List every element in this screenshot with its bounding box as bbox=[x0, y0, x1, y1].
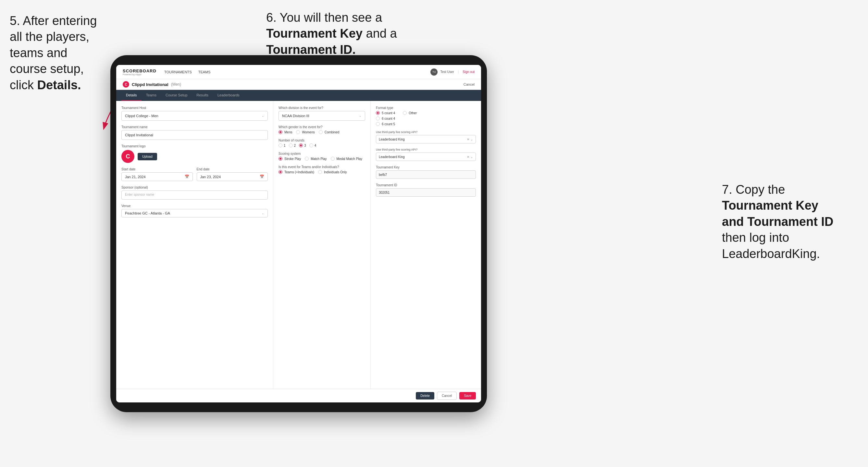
gender-group: Which gender is the event for? Mens Wome… bbox=[279, 125, 365, 134]
tournament-id-label: Tournament ID bbox=[376, 183, 476, 187]
format-section: Format type 5 count 4 Other bbox=[376, 106, 476, 126]
api2-select[interactable]: Leaderboard King ✕ ⌄ bbox=[376, 153, 476, 161]
round-3[interactable]: 3 bbox=[299, 144, 306, 147]
sponsor-input[interactable]: Enter sponsor name bbox=[121, 190, 268, 199]
tournament-name-group: Tournament name Clippd Invitational bbox=[121, 125, 268, 140]
sponsor-group: Sponsor (optional) Enter sponsor name bbox=[121, 186, 268, 199]
division-select[interactable]: NCAA Division III ⌄ bbox=[279, 111, 365, 121]
save-button[interactable]: Save bbox=[459, 392, 476, 400]
api1-clear-icon[interactable]: ✕ ⌄ bbox=[467, 137, 473, 141]
gender-combined-radio[interactable] bbox=[319, 130, 323, 134]
api2-value: Leaderboard King bbox=[379, 155, 405, 159]
annotation-right-bold2: and Tournament ID bbox=[722, 215, 833, 228]
format-6count4-label: 6 count 4 bbox=[382, 117, 395, 120]
nav-tournaments[interactable]: TOURNAMENTS bbox=[164, 70, 192, 74]
gender-womens[interactable]: Womens bbox=[296, 130, 314, 134]
venue-select[interactable]: Peachtree GC - Atlanta - GA ⌄ bbox=[121, 209, 268, 217]
format-6count4-radio[interactable] bbox=[376, 117, 380, 120]
round-2[interactable]: 2 bbox=[289, 144, 296, 147]
round-1-radio[interactable] bbox=[279, 144, 282, 147]
round-1-label: 1 bbox=[284, 144, 286, 147]
sub-cancel-button[interactable]: Cancel bbox=[464, 83, 474, 86]
scoring-match-label: Match Play bbox=[311, 157, 327, 161]
tab-details[interactable]: Details bbox=[121, 90, 142, 101]
round-4[interactable]: 4 bbox=[309, 144, 316, 147]
annotation-top-line1: 6. You will then see a bbox=[266, 11, 382, 24]
annotation-left-line1: 5. After entering bbox=[10, 14, 97, 28]
gender-womens-radio[interactable] bbox=[296, 130, 300, 134]
right-panel: Format type 5 count 4 Other bbox=[371, 101, 481, 389]
brand-title: SCOREBOARD bbox=[123, 68, 156, 73]
scoring-stroke-label: Stroke Play bbox=[284, 157, 301, 161]
tournament-name: Clippd Invitational bbox=[132, 82, 168, 87]
api1-select[interactable]: Leaderboard King ✕ ⌄ bbox=[376, 135, 476, 144]
annotation-left-line4: course setup, bbox=[10, 62, 84, 75]
tab-leaderboards[interactable]: Leaderboards bbox=[213, 90, 244, 101]
format-6count5-radio[interactable] bbox=[376, 122, 380, 126]
round-2-radio[interactable] bbox=[289, 144, 293, 147]
gender-womens-label: Womens bbox=[302, 130, 314, 134]
upload-button[interactable]: Upload bbox=[137, 153, 157, 160]
brand: SCOREBOARD Powered by clippd bbox=[123, 68, 156, 75]
teams-options: Teams (+Individuals) Individuals Only bbox=[279, 170, 365, 174]
footer-bar: Delete Cancel Save bbox=[116, 389, 481, 402]
end-date-input[interactable]: Jan 23, 2024 📅 bbox=[197, 172, 268, 181]
nav-teams[interactable]: TEAMS bbox=[198, 70, 211, 74]
annotation-left-line2: all the players, bbox=[10, 30, 89, 43]
format-5count4-radio[interactable] bbox=[376, 111, 380, 115]
tournament-host-value: Clippd College - Men bbox=[125, 114, 158, 118]
tablet-screen: SCOREBOARD Powered by clippd TOURNAMENTS… bbox=[116, 65, 481, 402]
gender-mens-radio[interactable] bbox=[279, 130, 282, 134]
start-date-input[interactable]: Jan 21, 2024 📅 bbox=[121, 172, 193, 181]
gender-mens[interactable]: Mens bbox=[279, 130, 292, 134]
sub-header: C Clippd Invitational (Men) Cancel bbox=[116, 79, 481, 90]
format-5count4[interactable]: 5 count 4 bbox=[376, 111, 395, 115]
api2-clear-icon[interactable]: ✕ ⌄ bbox=[467, 155, 473, 159]
gender-combined[interactable]: Combined bbox=[319, 130, 340, 134]
cancel-button[interactable]: Cancel bbox=[437, 392, 457, 400]
round-1[interactable]: 1 bbox=[279, 144, 286, 147]
round-2-label: 2 bbox=[294, 144, 296, 147]
tournament-name-value: Clippd Invitational bbox=[125, 133, 153, 137]
teams-teams[interactable]: Teams (+Individuals) bbox=[279, 170, 314, 174]
scoring-medal-radio[interactable] bbox=[331, 157, 335, 161]
format-6count4[interactable]: 6 count 4 bbox=[376, 117, 476, 120]
header-right: TU Test User | Sign out bbox=[430, 68, 474, 75]
calendar-icon: 📅 bbox=[185, 175, 189, 179]
delete-button[interactable]: Delete bbox=[416, 392, 434, 400]
tab-course-setup[interactable]: Course Setup bbox=[161, 90, 192, 101]
scoring-match-radio[interactable] bbox=[305, 157, 309, 161]
annotation-top: 6. You will then see a Tournament Key an… bbox=[266, 10, 448, 58]
scoring-match[interactable]: Match Play bbox=[305, 157, 327, 161]
api2-label: Use third-party live scoring API? bbox=[376, 148, 476, 151]
format-other[interactable]: Other bbox=[403, 111, 417, 115]
sponsor-placeholder: Enter sponsor name bbox=[125, 193, 154, 196]
annotation-right-bold1: Tournament Key bbox=[722, 198, 818, 212]
venue-label: Venue bbox=[121, 204, 268, 208]
tab-teams[interactable]: Teams bbox=[142, 90, 161, 101]
individuals-label: Individuals Only bbox=[324, 170, 347, 174]
scoring-stroke-radio[interactable] bbox=[279, 157, 282, 161]
chevron-icon: ⌄ bbox=[261, 114, 264, 118]
division-group: Which division is the event for? NCAA Di… bbox=[279, 106, 365, 121]
start-date-label: Start date bbox=[121, 167, 193, 171]
tab-results[interactable]: Results bbox=[192, 90, 213, 101]
teams-radio[interactable] bbox=[279, 170, 282, 174]
c-logo: C bbox=[123, 81, 129, 88]
annotation-left-bold: Details. bbox=[37, 78, 81, 92]
format-6count5[interactable]: 6 count 5 bbox=[376, 122, 476, 126]
round-3-label: 3 bbox=[304, 144, 306, 147]
scoring-stroke[interactable]: Stroke Play bbox=[279, 157, 301, 161]
annotation-right-line1: 7. Copy the bbox=[722, 183, 785, 196]
format-other-radio[interactable] bbox=[403, 111, 407, 115]
tournament-host-input[interactable]: Clippd College - Men ⌄ bbox=[121, 111, 268, 121]
teams-individuals[interactable]: Individuals Only bbox=[318, 170, 347, 174]
sign-out[interactable]: Sign out bbox=[463, 70, 474, 74]
tournament-name-input[interactable]: Clippd Invitational bbox=[121, 130, 268, 140]
round-3-radio[interactable] bbox=[299, 144, 303, 147]
individuals-radio[interactable] bbox=[318, 170, 322, 174]
scoring-medal[interactable]: Medal Match Play bbox=[331, 157, 362, 161]
tournament-gender: (Men) bbox=[171, 82, 181, 87]
tablet-device: SCOREBOARD Powered by clippd TOURNAMENTS… bbox=[111, 55, 487, 412]
round-4-radio[interactable] bbox=[309, 144, 313, 147]
